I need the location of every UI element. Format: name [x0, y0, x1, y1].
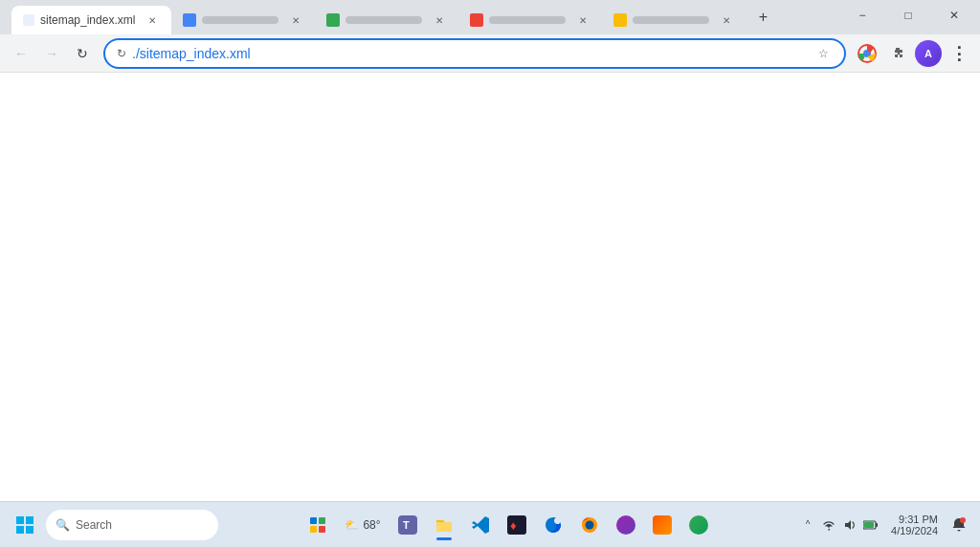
browser-window: sitemap_index.xml ✕ ✕ ✕ ✕ ✕: [0, 0, 980, 547]
chrome-icon: [858, 44, 877, 63]
tab-3[interactable]: ✕: [315, 6, 458, 34]
taskbar-app-solitaire[interactable]: ♦: [500, 508, 534, 542]
forward-button[interactable]: →: [38, 40, 65, 67]
extensions-button[interactable]: [884, 40, 911, 67]
notification-button[interactable]: [946, 512, 972, 538]
svg-rect-3: [26, 516, 33, 524]
taskbar-app-10[interactable]: [681, 508, 716, 542]
tab-favicon-5: [613, 13, 627, 27]
svg-marker-12: [472, 516, 489, 534]
browser-toolbar: ← → ↻ ↻ ☆: [0, 34, 980, 73]
svg-rect-6: [310, 517, 317, 524]
search-text: Search: [76, 518, 112, 532]
wifi-icon[interactable]: [819, 515, 838, 535]
svg-rect-19: [876, 523, 878, 527]
solitaire-icon: ♦: [507, 515, 526, 535]
start-button[interactable]: [8, 508, 42, 542]
tab-favicon-3: [326, 13, 340, 27]
svg-rect-4: [16, 526, 24, 534]
taskbar-app-firefox[interactable]: [572, 508, 607, 542]
battery-icon[interactable]: [861, 515, 880, 535]
puzzle-icon: [890, 46, 905, 61]
back-button[interactable]: ←: [8, 40, 34, 67]
svg-marker-17: [845, 520, 851, 530]
svg-point-16: [585, 520, 593, 529]
tab-close-3[interactable]: ✕: [432, 12, 447, 28]
sys-tray: ^: [798, 515, 880, 535]
tab-active[interactable]: sitemap_index.xml ✕: [11, 6, 171, 34]
wifi-signal-icon: [822, 518, 835, 532]
taskbar-app-explorer[interactable]: [427, 508, 461, 542]
refresh-button[interactable]: ↻: [69, 40, 96, 67]
tab-close-2[interactable]: ✕: [288, 12, 303, 28]
explorer-icon: [434, 515, 454, 535]
weather-widget[interactable]: ⛅ 68°: [337, 508, 388, 542]
svg-text:T: T: [403, 519, 410, 531]
svg-rect-2: [16, 516, 24, 524]
tray-chevron[interactable]: ^: [798, 515, 817, 535]
tab-title-2: [202, 16, 278, 24]
app9-icon: [653, 515, 672, 535]
tab-5[interactable]: ✕: [602, 6, 746, 34]
weather-temp: 68°: [363, 518, 380, 532]
taskbar: 🔍 Search ⛅ 68°: [0, 501, 980, 547]
tab-4[interactable]: ✕: [458, 6, 602, 34]
tab-bar: sitemap_index.xml ✕ ✕ ✕ ✕ ✕: [0, 0, 980, 34]
svg-rect-7: [319, 517, 325, 524]
svg-rect-20: [864, 522, 874, 528]
tab-title-1: sitemap_index.xml: [40, 13, 135, 27]
app8-icon: [616, 515, 635, 535]
window-controls: − □ ✕: [840, 0, 976, 34]
address-bar[interactable]: ↻ ☆: [103, 38, 846, 69]
address-input[interactable]: [132, 46, 808, 61]
taskbar-app-edge[interactable]: [536, 508, 570, 542]
app10-icon: [689, 515, 708, 535]
chrome-account-icon[interactable]: [854, 40, 880, 67]
more-menu-button[interactable]: ⋮: [946, 40, 972, 67]
address-bar-container: ↻ ☆: [103, 38, 846, 69]
minimize-button[interactable]: −: [840, 0, 884, 31]
speaker-icon: [843, 518, 857, 532]
clock-time: 9:31 PM: [899, 514, 938, 525]
maximize-button[interactable]: □: [886, 0, 930, 31]
site-info-icon[interactable]: ↻: [117, 47, 126, 60]
close-button[interactable]: ✕: [932, 0, 976, 31]
taskbar-app-9[interactable]: [645, 508, 679, 542]
bookmark-star-icon[interactable]: ☆: [813, 44, 833, 63]
edge-icon: [544, 515, 563, 535]
address-icons: ☆: [813, 44, 833, 63]
new-tab-button[interactable]: +: [749, 4, 776, 31]
tab-close-4[interactable]: ✕: [575, 12, 590, 28]
system-clock[interactable]: 9:31 PM 4/19/2024: [884, 514, 942, 536]
toolbar-right: A ⋮: [854, 40, 972, 67]
battery-level-icon: [863, 520, 879, 530]
tab-close-5[interactable]: ✕: [719, 12, 734, 28]
profile-initial: A: [924, 48, 932, 59]
profile-icon[interactable]: A: [915, 40, 942, 67]
search-box[interactable]: 🔍 Search: [46, 510, 218, 540]
svg-point-21: [960, 517, 966, 523]
windows-icon: [15, 515, 34, 535]
svg-text:♦: ♦: [510, 518, 517, 533]
tab-favicon-2: [183, 13, 196, 27]
firefox-icon: [580, 515, 599, 535]
weather-icon: ⛅: [345, 518, 359, 532]
widgets-icon: [308, 515, 327, 535]
tab-2[interactable]: ✕: [171, 6, 315, 34]
plus-icon: +: [759, 9, 768, 26]
taskbar-app-widgets[interactable]: [301, 508, 335, 542]
svg-rect-5: [26, 526, 33, 534]
tab-title-3: [345, 16, 422, 24]
taskbar-app-8[interactable]: [609, 508, 643, 542]
tab-title-5: [633, 16, 709, 24]
search-icon: 🔍: [56, 518, 70, 532]
svg-rect-8: [310, 526, 317, 533]
taskbar-app-vscode[interactable]: [463, 508, 498, 542]
svg-rect-9: [319, 526, 325, 533]
clock-date: 4/19/2024: [891, 525, 938, 536]
sound-icon[interactable]: [840, 515, 859, 535]
teams-icon: T: [398, 515, 417, 535]
taskbar-right: ^: [798, 512, 972, 538]
tab-close-1[interactable]: ✕: [145, 12, 160, 28]
taskbar-app-teams[interactable]: T: [390, 508, 425, 542]
